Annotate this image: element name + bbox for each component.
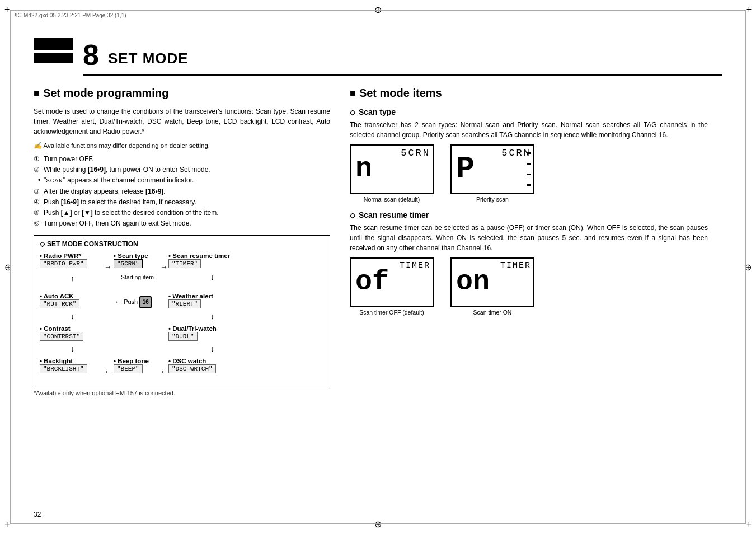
scan-type-displays: n 5CRN Normal scan (default) P 5CRN xyxy=(350,144,708,203)
construction-title: SET MODE CONSTRUCTION xyxy=(40,240,324,248)
diag-weather: • Weather alert "RLERT" xyxy=(168,293,213,308)
diag-dsc-watch: • DSC watch "DSC WRTCH" xyxy=(168,358,216,373)
step-6: ⑥Turn power OFF, then ON again to exit S… xyxy=(34,218,330,229)
diag-arrow-down-ack: ↓ xyxy=(71,312,74,321)
normal-scan-label: Normal scan (default) xyxy=(350,196,434,203)
construction-box: SET MODE CONSTRUCTION • Radio PWR* "RRDI… xyxy=(34,235,330,386)
scan-resume-displays: of TIMER Scan timer OFF (default) on TIM… xyxy=(350,257,708,316)
left-column: Set mode programming Set mode is used to… xyxy=(34,87,330,396)
diag-arrow-down-dual: ↓ xyxy=(210,344,214,353)
scan-resume-body: The scan resume timer can be selected as… xyxy=(350,223,708,253)
scan-off-char: of xyxy=(355,268,389,296)
step-3: ③After the display appears, release [16•… xyxy=(34,186,330,197)
diag-arrow-down-contrast: ↓ xyxy=(71,344,74,353)
scan-on-display-wrapper: on TIMER Scan timer ON xyxy=(450,257,534,316)
priority-scan-display-wrapper: P 5CRN Priority scan xyxy=(450,144,534,203)
diag-dual-tri: • Dual/Tri-watch "DURL" xyxy=(168,325,217,341)
note-text: ✍ Available functions may differ dependi… xyxy=(34,141,330,151)
scan-off-label: Scan timer OFF (default) xyxy=(350,309,434,316)
chapter-decoration xyxy=(34,38,73,63)
chapter-heading: 8 SET MODE xyxy=(83,40,189,69)
crop-mark-tr: + xyxy=(746,4,752,15)
scan-off-word: TIMER xyxy=(400,261,430,270)
scan-on-word: TIMER xyxy=(500,261,531,270)
diag-arrow-scan-resume: → xyxy=(160,263,168,271)
crop-mark-br: + xyxy=(746,519,752,530)
footnote: *Available only when optional HM-157 is … xyxy=(34,390,330,396)
steps-list: ①Turn power OFF. ②While pushing [16•9], … xyxy=(34,154,330,229)
page-number: 32 xyxy=(34,510,41,518)
scan-off-display-wrapper: of TIMER Scan timer OFF (default) xyxy=(350,257,434,316)
diag-arrow-left-dsc: ← xyxy=(160,367,168,376)
step-2-note: •"SCAN" appears at the channel comment i… xyxy=(34,175,330,186)
diag-push-indicator: → : Push 16 xyxy=(112,296,152,308)
step-4: ④Push [16•9] to select the desired item,… xyxy=(34,197,330,208)
diag-scan-type: • Scan type "5CRN" xyxy=(114,252,148,268)
diag-contrast: • Contrast "CONTRRST" xyxy=(40,325,83,341)
priority-scan-char: P xyxy=(456,154,475,185)
diag-beep: • Beep tone "BEEP" xyxy=(114,358,149,373)
scan-type-title: Scan type xyxy=(350,107,708,116)
right-section-title: Set mode items xyxy=(350,87,708,100)
construction-diagram: • Radio PWR* "RRDIO PWR" → • Scan type "… xyxy=(40,252,324,381)
scan-on-box: on TIMER xyxy=(450,257,534,307)
diag-auto-ack: • Auto ACK "RUT RCK" xyxy=(40,293,79,308)
diag-radio-pwr: • Radio PWR* "RRDIO PWR" xyxy=(40,252,87,268)
scan-resume-title: Scan resume timer xyxy=(350,210,708,219)
diag-starting-item: Starting item xyxy=(121,274,154,280)
diag-arrow-radio-scan: → xyxy=(104,263,112,271)
left-section-title: Set mode programming xyxy=(34,87,330,100)
diag-scan-resume: • Scan resume timer "TIMER" xyxy=(168,252,230,268)
scan-off-box: of TIMER xyxy=(350,257,434,307)
chapter-rule xyxy=(83,74,722,76)
normal-scan-char: n xyxy=(355,155,372,183)
normal-scan-box: n 5CRN xyxy=(350,144,434,194)
crop-mark-tl: + xyxy=(4,4,10,15)
chapter-number: 8 xyxy=(83,40,99,69)
crop-mark-bl: + xyxy=(4,519,10,530)
scan-type-body: The transceiver has 2 scan types: Normal… xyxy=(350,120,708,140)
diag-arrow-down-1: ↓ xyxy=(210,273,214,282)
step-1: ①Turn power OFF. xyxy=(34,154,330,165)
intro-text: Set mode is used to change the condition… xyxy=(34,106,330,137)
step-2: ②While pushing [16•9], turn power ON to … xyxy=(34,165,330,175)
step-5: ⑤Push [▲] or [▼] to select the desired c… xyxy=(34,208,330,218)
scan-on-label: Scan timer ON xyxy=(450,309,534,316)
scan-on-char: on xyxy=(456,268,490,296)
right-column: Set mode items Scan type The transceiver… xyxy=(350,87,708,320)
priority-scan-label: Priority scan xyxy=(450,196,534,203)
normal-scan-word: 5CRN xyxy=(401,148,430,158)
diag-backlight: • Backlight "BRCKLISHT" xyxy=(40,358,87,373)
diag-arrow-down-weather: ↓ xyxy=(210,312,214,321)
header-text: !IC-M422.qxd 05.2.23 2:21 PM Page 32 (1,… xyxy=(10,10,746,21)
normal-scan-display-wrapper: n 5CRN Normal scan (default) xyxy=(350,144,434,203)
diag-arrow-up: ↑ xyxy=(71,274,74,283)
priority-scan-box: P 5CRN xyxy=(450,144,534,194)
chapter-title: SET MODE xyxy=(108,43,189,67)
diag-arrow-left-beep: ← xyxy=(104,367,112,376)
